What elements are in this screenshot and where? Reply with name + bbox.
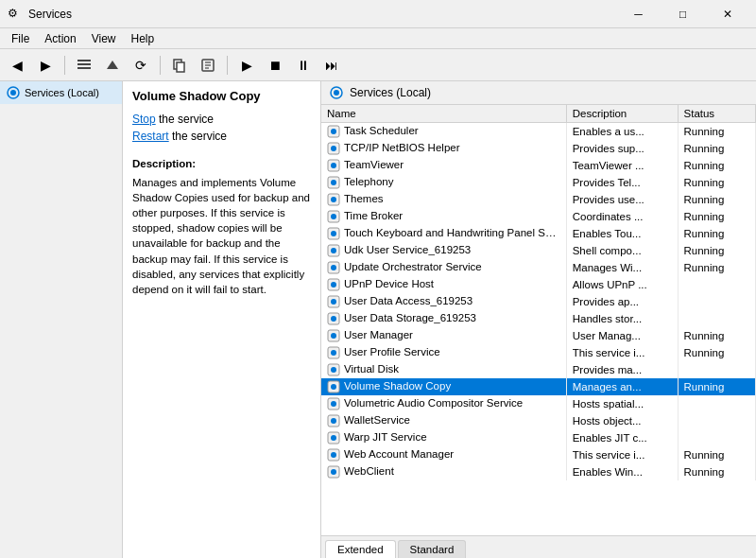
refresh-button[interactable]: ⟳ — [128, 52, 154, 78]
tab-extended[interactable]: Extended — [325, 540, 396, 558]
forward-button[interactable]: ▶ — [32, 52, 59, 78]
stop-link[interactable]: Stop — [132, 113, 156, 126]
service-icon — [327, 125, 340, 138]
services-panel: Services (Local) Name Description Status… — [321, 81, 756, 558]
service-description-cell: Manages Wi... — [566, 259, 678, 276]
svg-point-41 — [331, 350, 336, 356]
menu-view[interactable]: View — [84, 30, 124, 47]
service-icon — [327, 414, 340, 427]
service-description-cell: Handles stor... — [566, 310, 678, 327]
export-button[interactable] — [166, 52, 193, 78]
service-description-cell: Provides ma... — [566, 361, 678, 378]
service-name-cell: Time Broker — [321, 208, 566, 225]
service-icon — [327, 159, 340, 172]
table-row[interactable]: Touch Keyboard and Handwriting Panel Ser… — [321, 225, 756, 242]
up-button[interactable] — [99, 52, 126, 78]
svg-point-31 — [331, 265, 336, 270]
service-name-cell: Volumetric Audio Compositor Service — [321, 395, 566, 412]
table-row[interactable]: Udk User Service_619253Shell compo...Run… — [321, 242, 756, 259]
service-description-cell: Enables a us... — [566, 123, 678, 141]
table-row[interactable]: Warp JIT ServiceEnables JIT c... — [321, 429, 756, 446]
service-status-cell — [678, 395, 755, 412]
service-status-cell: Running — [678, 225, 755, 242]
table-row[interactable]: User Data Access_619253Provides ap... — [321, 293, 756, 310]
stop-action-line: Stop the service — [132, 113, 311, 126]
table-row[interactable]: WalletServiceHosts object... — [321, 412, 756, 429]
service-icon — [327, 329, 340, 342]
service-status-cell: Running — [678, 242, 755, 259]
service-name-cell: Web Account Manager — [321, 446, 566, 463]
sidebar-item-label: Services (Local) — [25, 87, 99, 98]
app-icon: ⚙ — [8, 7, 23, 22]
col-header-name[interactable]: Name — [321, 105, 566, 123]
col-header-description[interactable]: Description — [566, 105, 678, 123]
table-header: Name Description Status — [321, 105, 756, 123]
svg-point-55 — [331, 469, 336, 475]
service-status-cell — [678, 429, 755, 446]
svg-point-43 — [331, 367, 336, 373]
close-button[interactable]: ✕ — [706, 0, 748, 28]
table-row[interactable]: User ManagerUser Manag...Running — [321, 327, 756, 344]
restart-link[interactable]: Restart — [132, 130, 169, 143]
tab-standard[interactable]: Standard — [398, 540, 467, 558]
table-row[interactable]: WebClientEnables Win...Running — [321, 463, 756, 480]
svg-rect-1 — [77, 63, 91, 65]
table-row[interactable]: Virtual DiskProvides ma... — [321, 361, 756, 378]
titlebar: ⚙ Services ─ □ ✕ — [0, 0, 756, 28]
table-row[interactable]: Volume Shadow CopyManages an...Running — [321, 378, 756, 395]
service-icon — [327, 244, 340, 257]
col-header-status[interactable]: Status — [678, 105, 755, 123]
service-status-cell: Running — [678, 123, 755, 141]
services-header-icon — [329, 85, 344, 100]
restart-button[interactable]: ⏭ — [318, 52, 345, 78]
service-icon — [327, 312, 340, 325]
svg-point-53 — [331, 452, 336, 458]
service-name-cell: Telephony — [321, 174, 566, 191]
service-icon — [327, 346, 340, 359]
svg-point-35 — [331, 299, 336, 305]
svg-point-51 — [331, 435, 336, 441]
maximize-button[interactable]: □ — [662, 0, 704, 28]
pause-button[interactable]: ⏸ — [290, 52, 317, 78]
services-table[interactable]: Name Description Status Task SchedulerEn… — [321, 105, 756, 535]
service-status-cell — [678, 293, 755, 310]
menu-help[interactable]: Help — [124, 30, 163, 47]
properties-button[interactable] — [195, 52, 221, 78]
bottom-tabs: Extended Standard — [321, 535, 756, 558]
service-icon — [327, 142, 340, 155]
table-row[interactable]: TeamViewerTeamViewer ...Running — [321, 157, 756, 174]
table-row[interactable]: User Profile ServiceThis service i...Run… — [321, 344, 756, 361]
table-row[interactable]: User Data Storage_619253Handles stor... — [321, 310, 756, 327]
toolbar-separator-1 — [64, 56, 65, 75]
service-status-cell: Running — [678, 174, 755, 191]
service-name-cell: Udk User Service_619253 — [321, 242, 566, 259]
table-row[interactable]: UPnP Device HostAllows UPnP ... — [321, 276, 756, 293]
menu-action[interactable]: Action — [37, 30, 83, 47]
service-icon — [327, 363, 340, 376]
table-row[interactable]: TCP/IP NetBIOS HelperProvides sup...Runn… — [321, 140, 756, 157]
table-row[interactable]: TelephonyProvides Tel...Running — [321, 174, 756, 191]
service-name-cell: TCP/IP NetBIOS Helper — [321, 140, 566, 157]
table-row[interactable]: ThemesProvides use...Running — [321, 191, 756, 208]
minimize-button[interactable]: ─ — [617, 0, 660, 28]
table-row[interactable]: Update Orchestrator ServiceManages Wi...… — [321, 259, 756, 276]
table-row[interactable]: Web Account ManagerThis service i...Runn… — [321, 446, 756, 463]
service-name-cell: User Data Access_619253 — [321, 293, 566, 310]
table-row[interactable]: Time BrokerCoordinates ...Running — [321, 208, 756, 225]
service-name-cell: Virtual Disk — [321, 361, 566, 378]
service-status-cell — [678, 412, 755, 429]
stop-button[interactable]: ⏹ — [262, 52, 288, 78]
menu-file[interactable]: File — [4, 30, 37, 47]
show-hide-button[interactable] — [71, 52, 97, 78]
svg-point-45 — [331, 384, 336, 390]
svg-point-33 — [331, 282, 336, 288]
service-name-cell: User Data Storage_619253 — [321, 310, 566, 327]
back-button[interactable]: ◀ — [4, 52, 30, 78]
sidebar-item-services-local[interactable]: Services (Local) — [0, 81, 122, 104]
service-status-cell: Running — [678, 140, 755, 157]
play-button[interactable]: ▶ — [233, 52, 260, 78]
table-row[interactable]: Volumetric Audio Compositor ServiceHosts… — [321, 395, 756, 412]
service-description-cell: TeamViewer ... — [566, 157, 678, 174]
sidebar: Services (Local) — [0, 81, 123, 558]
table-row[interactable]: Task SchedulerEnables a us...Running — [321, 123, 756, 141]
